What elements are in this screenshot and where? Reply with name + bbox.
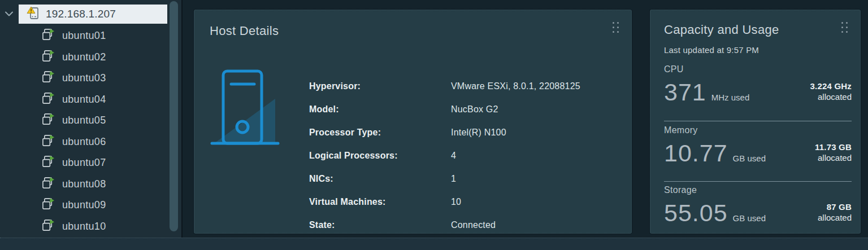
detail-value: 4 bbox=[451, 151, 456, 161]
vm-label: ubuntu10 bbox=[62, 221, 106, 233]
tree-item-host-selected[interactable]: 192.168.1.207 bbox=[19, 5, 167, 24]
host-details-card: Host Details Hypervisor: VMware ESXi, 8.… bbox=[194, 10, 632, 234]
tree-item-vm[interactable]: ubuntu05 bbox=[0, 110, 170, 131]
table-row: Virtual Machines: 10 bbox=[309, 190, 617, 213]
memory-used-unit: GB used bbox=[733, 153, 766, 164]
capacity-usage-card: Capacity and Usage Last updated at 9:57 … bbox=[650, 10, 861, 234]
detail-label: Logical Processors: bbox=[309, 151, 451, 161]
drag-handle-icon[interactable] bbox=[841, 22, 848, 33]
section-divider bbox=[664, 181, 852, 182]
detail-value: 1 bbox=[451, 174, 456, 184]
vsphere-summary-screen: 192.168.1.207 ubuntu01 ubuntu02 ubuntu03… bbox=[0, 0, 868, 250]
detail-label: State: bbox=[309, 220, 451, 230]
detail-value: VMware ESXi, 8.0.1, 22088125 bbox=[451, 81, 580, 91]
chevron-down-icon[interactable] bbox=[4, 10, 14, 16]
host-details-table: Hypervisor: VMware ESXi, 8.0.1, 22088125… bbox=[309, 74, 617, 236]
vm-label: ubuntu01 bbox=[62, 30, 106, 42]
vm-tree-list: ubuntu01 ubuntu02 ubuntu03 ubuntu04 ubun… bbox=[0, 25, 170, 237]
table-row: State: Connected bbox=[309, 213, 617, 236]
host-warning-icon bbox=[26, 5, 40, 23]
detail-label: Hypervisor: bbox=[309, 81, 451, 91]
vm-label: ubuntu06 bbox=[62, 136, 106, 148]
memory-section-label: Memory bbox=[664, 125, 852, 135]
tree-item-vm[interactable]: ubuntu02 bbox=[0, 47, 170, 68]
inventory-tree-sidebar: 192.168.1.207 ubuntu01 ubuntu02 ubuntu03… bbox=[0, 0, 183, 238]
table-row: Logical Processors: 4 bbox=[309, 144, 617, 167]
detail-value: Connected bbox=[451, 220, 496, 230]
storage-usage-section: Storage 55.05 GB used 87 GB allocated bbox=[664, 185, 852, 224]
detail-value: Intel(R) N100 bbox=[451, 128, 506, 138]
vm-running-icon bbox=[42, 177, 55, 192]
storage-used-unit: GB used bbox=[733, 213, 766, 224]
table-row: Processor Type: Intel(R) N100 bbox=[309, 121, 617, 144]
host-details-title: Host Details bbox=[210, 24, 279, 38]
tree-item-vm[interactable]: ubuntu10 bbox=[0, 216, 170, 238]
vm-label: ubuntu08 bbox=[62, 178, 106, 190]
table-row: Model: NucBox G2 bbox=[309, 98, 617, 121]
vm-label: ubuntu09 bbox=[62, 199, 106, 211]
drag-handle-icon[interactable] bbox=[613, 22, 619, 33]
tree-item-vm[interactable]: ubuntu03 bbox=[0, 68, 170, 89]
vm-running-icon bbox=[42, 113, 55, 128]
cpu-usage-section: CPU 371 MHz used 3.224 GHz allocated bbox=[664, 64, 852, 103]
storage-section-label: Storage bbox=[664, 185, 852, 195]
detail-value: 10 bbox=[451, 197, 461, 207]
server-tower-icon bbox=[210, 64, 280, 151]
cpu-section-label: CPU bbox=[664, 64, 852, 74]
memory-allocated-label: allocated bbox=[815, 153, 852, 164]
vm-label: ubuntu05 bbox=[62, 115, 106, 126]
tree-item-vm[interactable]: ubuntu04 bbox=[0, 89, 170, 111]
last-updated-text: Last updated at 9:57 PM bbox=[664, 45, 759, 55]
memory-usage-section: Memory 10.77 GB used 11.73 GB allocated bbox=[664, 125, 852, 164]
storage-allocated-label: allocated bbox=[818, 213, 852, 223]
tree-item-vm[interactable]: ubuntu06 bbox=[0, 131, 170, 153]
vm-running-icon bbox=[42, 28, 55, 43]
vm-running-icon bbox=[42, 50, 55, 65]
storage-allocated-value: 87 GB bbox=[818, 202, 852, 213]
vm-running-icon bbox=[42, 134, 55, 150]
cpu-allocated-label: allocated bbox=[810, 92, 852, 103]
vm-running-icon bbox=[42, 71, 55, 86]
vm-label: ubuntu07 bbox=[62, 157, 106, 169]
tree-item-vm[interactable]: ubuntu09 bbox=[0, 195, 170, 216]
vm-running-icon bbox=[42, 155, 55, 170]
detail-value: NucBox G2 bbox=[451, 104, 498, 115]
vm-running-icon bbox=[42, 219, 55, 234]
cpu-used-unit: MHz used bbox=[711, 93, 750, 103]
sidebar-scrollbar[interactable] bbox=[170, 1, 178, 231]
vm-label: ubuntu04 bbox=[62, 94, 106, 106]
tree-item-vm[interactable]: ubuntu08 bbox=[0, 174, 170, 195]
vm-running-icon bbox=[42, 92, 55, 107]
tree-item-host-label: 192.168.1.207 bbox=[46, 8, 116, 20]
memory-allocated-value: 11.73 GB bbox=[815, 142, 852, 153]
detail-label: Virtual Machines: bbox=[309, 197, 451, 207]
table-row: NICs: 1 bbox=[309, 167, 617, 190]
table-row: Hypervisor: VMware ESXi, 8.0.1, 22088125 bbox=[309, 74, 617, 98]
memory-used-value: 10.77 bbox=[664, 143, 728, 164]
cpu-used-value: 371 bbox=[664, 82, 706, 103]
tree-item-vm[interactable]: ubuntu07 bbox=[0, 152, 170, 174]
capacity-usage-title: Capacity and Usage bbox=[664, 23, 779, 37]
tree-item-vm[interactable]: ubuntu01 bbox=[0, 25, 170, 47]
detail-label: NICs: bbox=[309, 174, 451, 184]
vm-label: ubuntu02 bbox=[62, 51, 106, 63]
bottom-status-strip bbox=[0, 238, 868, 250]
detail-label: Processor Type: bbox=[309, 128, 451, 138]
detail-label: Model: bbox=[309, 104, 451, 115]
vm-label: ubuntu03 bbox=[62, 72, 106, 84]
cpu-allocated-value: 3.224 GHz bbox=[810, 81, 852, 92]
storage-used-value: 55.05 bbox=[664, 203, 728, 224]
vm-running-icon bbox=[42, 198, 55, 213]
section-divider bbox=[664, 121, 852, 121]
